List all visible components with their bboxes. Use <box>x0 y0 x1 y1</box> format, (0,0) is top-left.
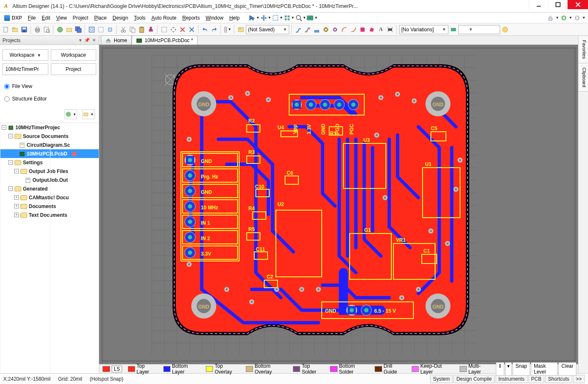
project-button[interactable]: Project <box>51 63 97 75</box>
extra-combo[interactable]: ▼ <box>458 25 500 34</box>
status-pcb[interactable]: PCB <box>528 375 545 383</box>
tree-circuit-diagram[interactable]: CircuitDiagram.Sc <box>0 141 99 149</box>
align-dropdown[interactable]: ▼ <box>284 15 295 21</box>
minimize-button[interactable] <box>529 0 548 9</box>
status-shortcuts[interactable]: Shortcuts <box>545 375 572 383</box>
layer-top[interactable]: Top Layer <box>126 363 159 375</box>
compile-button[interactable]: ▼ <box>65 109 77 119</box>
rubber-stamp-button[interactable] <box>147 25 155 34</box>
snap-toggle[interactable]: Snap <box>513 362 530 376</box>
tree-toggle-icon[interactable]: − <box>14 169 19 173</box>
clear-button[interactable]: Clear <box>558 362 576 376</box>
print-button[interactable] <box>33 25 42 34</box>
place-fill-button[interactable] <box>358 25 367 34</box>
route-diff-button[interactable] <box>303 25 312 34</box>
move-mode-dropdown[interactable]: ▼ <box>260 15 271 21</box>
menu-help[interactable]: Help <box>227 14 242 22</box>
panel-pin-icon[interactable]: 📌 <box>85 38 90 43</box>
layer-top-overlay[interactable]: Top Overlay <box>204 363 242 375</box>
tree-output-job-file[interactable]: OutputJob.Out <box>0 176 99 184</box>
move-button[interactable] <box>169 25 178 34</box>
layer-bottom[interactable]: Bottom Layer <box>162 363 202 375</box>
tree-toggle-icon[interactable]: + <box>14 213 19 217</box>
zoom-fit-button[interactable] <box>88 25 96 34</box>
menu-design[interactable]: Design <box>110 14 130 22</box>
tree-toggle-icon[interactable]: − <box>8 160 13 165</box>
status-more[interactable]: >> <box>573 375 585 383</box>
tree-root[interactable]: −10MHzTimerProjec −Source Documents Circ… <box>0 123 99 219</box>
tree-text-documents[interactable]: +Text Documents <box>0 211 99 219</box>
variation-button[interactable] <box>449 25 458 34</box>
status-design-compile[interactable]: Design Compile <box>453 375 495 383</box>
nav-back-icon[interactable] <box>560 15 567 21</box>
menu-autoroute[interactable]: Auto Route <box>149 14 179 22</box>
menu-place[interactable]: Place <box>92 14 109 22</box>
panel-dropdown-icon[interactable]: ▾ <box>78 38 83 43</box>
place-arc-edge-button[interactable] <box>340 25 348 34</box>
route-multi-button[interactable] <box>313 25 321 34</box>
snapshot-combo[interactable]: (Not Saved) ▼ <box>246 25 289 34</box>
tab-pcb[interactable]: 10MHzPCB.PcbDoc * <box>132 35 198 45</box>
find-similar-dropdown[interactable]: ▼ <box>295 15 306 21</box>
tree-toggle-icon[interactable]: − <box>8 186 13 191</box>
undo-button[interactable] <box>201 25 209 34</box>
altium-portal-button[interactable] <box>501 25 509 34</box>
project-options-button[interactable]: ▼ <box>82 109 95 119</box>
variations-combo[interactable]: [No Variations] ▼ <box>399 25 448 34</box>
right-tab-favorites[interactable]: Favorites <box>578 36 588 63</box>
layer-drill-guide[interactable]: Drill Guide <box>373 363 407 375</box>
layer-nav-icon[interactable]: ⇕ <box>496 362 504 376</box>
clear-button[interactable] <box>188 25 196 34</box>
zoom-area-dropdown[interactable]: ▼ <box>272 15 283 21</box>
nav-forward-icon[interactable] <box>574 15 580 21</box>
place-pad-button[interactable] <box>322 25 330 34</box>
workspace-button[interactable] <box>56 25 64 34</box>
tree-source-documents[interactable]: −Source Documents CircuitDiagram.Sc 10MH… <box>0 132 99 158</box>
route-track-button[interactable] <box>294 25 303 34</box>
layer-bottom-overlay[interactable]: Bottom Overlay <box>244 363 289 375</box>
layer-set-button[interactable]: LS <box>101 366 124 372</box>
select-mode-dropdown[interactable]: ▼ <box>249 15 260 21</box>
open-button[interactable] <box>11 25 19 34</box>
tree-toggle-icon[interactable]: + <box>14 204 19 208</box>
workspace-button[interactable]: Workspace <box>51 49 97 61</box>
menu-view[interactable]: View <box>54 14 70 22</box>
pcb-canvas[interactable]: GND GND GND GND Vpp 3.3V GND PGD <box>99 45 578 364</box>
copy-button[interactable] <box>128 25 137 34</box>
paste-button[interactable] <box>138 25 146 34</box>
maximize-button[interactable] <box>548 0 567 9</box>
tree-toggle-icon[interactable]: − <box>8 134 13 138</box>
pcb-board[interactable]: GND GND GND GND Vpp 3.3V GND PGD <box>164 56 478 344</box>
tree-toggle-icon[interactable]: − <box>2 125 6 130</box>
place-via-button[interactable] <box>331 25 339 34</box>
place-component-button[interactable] <box>386 25 394 34</box>
right-tab-clipboard[interactable]: Clipboard <box>578 63 588 92</box>
zoom-selected-button[interactable] <box>106 25 114 34</box>
workspace-dropdown-button[interactable]: Workspace▼ <box>3 49 48 61</box>
cut-button[interactable] <box>119 25 128 34</box>
tab-home[interactable]: Home <box>101 35 132 45</box>
place-polygon-button[interactable] <box>368 25 376 34</box>
menu-reports[interactable]: Reports <box>180 14 202 22</box>
projects-panel-header[interactable]: Projects ▾ 📌 ✕ <box>0 36 99 45</box>
save-button[interactable] <box>20 25 28 34</box>
redo-button[interactable] <box>210 25 218 34</box>
save-all-button[interactable] <box>74 25 83 34</box>
menu-edit[interactable]: Edit <box>39 14 53 22</box>
tree-generated[interactable]: −Generated +CAMtastic! Docu +Documents +… <box>0 184 99 219</box>
layer-options-icon[interactable]: ▾ <box>505 362 512 376</box>
home-icon[interactable] <box>547 15 554 21</box>
tree-settings[interactable]: −Settings −Output Job Files OutputJob.Ou… <box>0 158 99 184</box>
panel-close-icon[interactable]: ✕ <box>91 38 96 43</box>
dxp-menu[interactable]: DXP <box>2 13 25 23</box>
file-view-radio[interactable]: File View <box>4 80 95 93</box>
layer-top-solder[interactable]: Top Solder <box>291 363 326 375</box>
layer-multi[interactable]: Multi-Layer <box>458 363 493 375</box>
status-instruments[interactable]: Instruments <box>495 375 528 383</box>
menu-tools[interactable]: Tools <box>131 14 148 22</box>
status-system[interactable]: System <box>430 375 453 383</box>
place-arc-center-button[interactable] <box>349 25 358 34</box>
new-doc-button[interactable] <box>2 25 10 34</box>
place-string-button[interactable]: A <box>377 25 385 34</box>
layer-keepout[interactable]: Keep-Out Layer <box>410 363 455 375</box>
